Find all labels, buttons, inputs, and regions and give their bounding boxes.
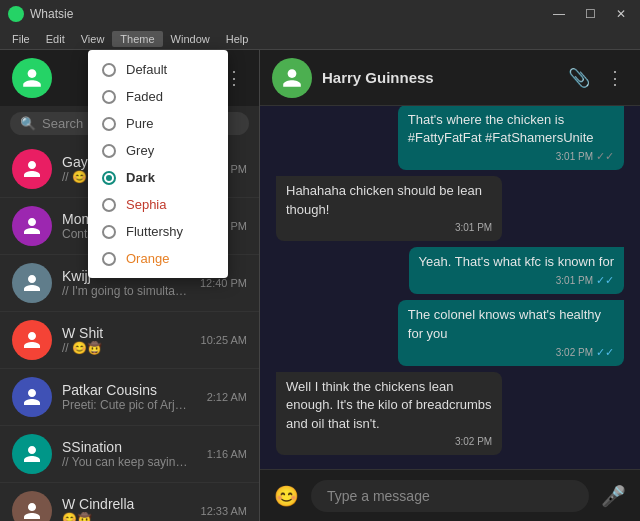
menu-edit[interactable]: Edit <box>38 31 73 47</box>
contact-name: Patkar Cousins <box>62 382 192 398</box>
own-avatar <box>12 58 52 98</box>
search-icon: 🔍 <box>20 116 36 131</box>
message-ticks: ✓✓ <box>596 149 614 164</box>
message-input[interactable] <box>311 480 589 512</box>
message-row: Hahahaha chicken should be lean though! … <box>276 176 624 240</box>
contact-item[interactable]: W Shit // 😊🤠 10:25 AM <box>0 312 259 369</box>
radio-faded <box>102 90 116 104</box>
app-title: Whatsie <box>30 7 73 21</box>
menu-view[interactable]: View <box>73 31 113 47</box>
contact-time: 12:40 PM <box>200 277 247 289</box>
message-time: 3:02 PM <box>556 346 593 360</box>
theme-option-default[interactable]: Default <box>88 56 228 83</box>
message-time: 3:01 PM <box>455 221 492 235</box>
contact-avatar <box>12 434 52 474</box>
radio-sephia <box>102 198 116 212</box>
message-row: Yeah. That's what kfc is known for 3:01 … <box>276 247 624 295</box>
menu-file[interactable]: File <box>4 31 38 47</box>
chat-header-icons: 📎 ⋮ <box>564 63 628 93</box>
contact-meta: 12:40 PM <box>200 277 247 289</box>
message-meta: 3:01 PM ✓✓ <box>408 149 614 164</box>
chat-header-left: Harry Guinness <box>272 58 434 98</box>
attach-icon[interactable]: 📎 <box>564 63 594 93</box>
menu-bar: File Edit View Theme Window Help <box>0 28 640 50</box>
contact-name: W Cindrella <box>62 496 191 512</box>
radio-grey <box>102 144 116 158</box>
message-text: Yeah. That's what kfc is known for <box>419 254 614 269</box>
contact-preview: // 😊🤠 <box>62 341 191 355</box>
title-bar: Whatsie — ☐ ✕ <box>0 0 640 28</box>
chat-contact-name: Harry Guinness <box>322 69 434 86</box>
message-bubble: That's where the chicken is #FattyFatFat… <box>398 106 624 170</box>
chat-avatar <box>272 58 312 98</box>
message-meta: 3:02 PM <box>286 435 492 449</box>
contact-avatar <box>12 206 52 246</box>
theme-option-sephia[interactable]: Sephia <box>88 191 228 218</box>
message-time: 3:02 PM <box>455 435 492 449</box>
contact-meta: 2:12 AM <box>202 391 247 403</box>
message-ticks: ✓✓ <box>596 345 614 360</box>
message-meta: 3:01 PM ✓✓ <box>419 273 614 288</box>
message-time: 3:01 PM <box>556 150 593 164</box>
message-time: 3:01 PM <box>556 274 593 288</box>
contact-info: Patkar Cousins Preeti: Cute pic of Arjun… <box>62 382 192 412</box>
app-icon <box>8 6 24 22</box>
contact-info: W Shit // 😊🤠 <box>62 325 191 355</box>
window-controls: — ☐ ✕ <box>547 5 632 23</box>
contact-preview: // You can keep saying it, with or... <box>62 455 192 469</box>
theme-option-faded[interactable]: Faded <box>88 83 228 110</box>
menu-theme[interactable]: Theme <box>112 31 162 47</box>
theme-option-pure[interactable]: Pure <box>88 110 228 137</box>
maximize-button[interactable]: ☐ <box>579 5 602 23</box>
radio-pure <box>102 117 116 131</box>
theme-option-fluttershy[interactable]: Fluttershy <box>88 218 228 245</box>
radio-orange <box>102 252 116 266</box>
menu-window[interactable]: Window <box>163 31 218 47</box>
message-text: Hahahaha chicken should be lean though! <box>286 183 482 216</box>
contact-avatar <box>12 377 52 417</box>
contact-meta: 12:33 AM <box>201 505 247 517</box>
contact-name: SSination <box>62 439 192 455</box>
message-bubble: Yeah. That's what kfc is known for 3:01 … <box>409 247 624 295</box>
contact-time: 2:12 AM <box>202 391 247 403</box>
contact-item[interactable]: SSination // You can keep saying it, wit… <box>0 426 259 483</box>
message-row: The colonel knows what's healthy for you… <box>276 300 624 366</box>
message-meta: 3:02 PM ✓✓ <box>408 345 614 360</box>
contact-preview: 😊🤠 <box>62 512 191 521</box>
theme-option-dark[interactable]: Dark <box>88 164 228 191</box>
theme-dropdown: Default Faded Pure Grey Dark Sephia Flut… <box>88 50 228 278</box>
chat-messages: Need whatsapp screenshots, you're it 2:5… <box>260 106 640 469</box>
message-row: Well I think the chickens lean enough. I… <box>276 372 624 455</box>
theme-option-orange[interactable]: Orange <box>88 245 228 272</box>
radio-default <box>102 63 116 77</box>
radio-dark <box>102 171 116 185</box>
message-meta: 3:01 PM <box>286 221 492 235</box>
theme-option-grey[interactable]: Grey <box>88 137 228 164</box>
contact-avatar <box>12 149 52 189</box>
chat-area: Harry Guinness 📎 ⋮ Need whatsapp screens… <box>260 50 640 521</box>
message-bubble: The colonel knows what's healthy for you… <box>398 300 624 366</box>
contact-info: W Cindrella 😊🤠 <box>62 496 191 521</box>
emoji-icon[interactable]: 😊 <box>270 480 303 512</box>
message-ticks: ✓✓ <box>596 273 614 288</box>
contact-time: 10:25 AM <box>201 334 247 346</box>
contact-item[interactable]: Patkar Cousins Preeti: Cute pic of Arjun… <box>0 369 259 426</box>
contact-meta: 1:16 AM <box>202 448 247 460</box>
microphone-icon[interactable]: 🎤 <box>597 480 630 512</box>
message-text: That's where the chicken is #FattyFatFat… <box>408 112 594 145</box>
radio-fluttershy <box>102 225 116 239</box>
message-text: The colonel knows what's healthy for you <box>408 307 601 340</box>
contact-time: 12:33 AM <box>201 505 247 517</box>
message-bubble: Well I think the chickens lean enough. I… <box>276 372 502 455</box>
minimize-button[interactable]: — <box>547 5 571 23</box>
menu-help[interactable]: Help <box>218 31 257 47</box>
contact-info: SSination // You can keep saying it, wit… <box>62 439 192 469</box>
close-button[interactable]: ✕ <box>610 5 632 23</box>
message-row: That's where the chicken is #FattyFatFat… <box>276 106 624 170</box>
contact-avatar <box>12 263 52 303</box>
chat-more-icon[interactable]: ⋮ <box>602 63 628 93</box>
contact-preview: Preeti: Cute pic of Arjun and his M... <box>62 398 192 412</box>
contact-item[interactable]: W Cindrella 😊🤠 12:33 AM <box>0 483 259 521</box>
contact-time: 1:16 AM <box>202 448 247 460</box>
contact-meta: 10:25 AM <box>201 334 247 346</box>
